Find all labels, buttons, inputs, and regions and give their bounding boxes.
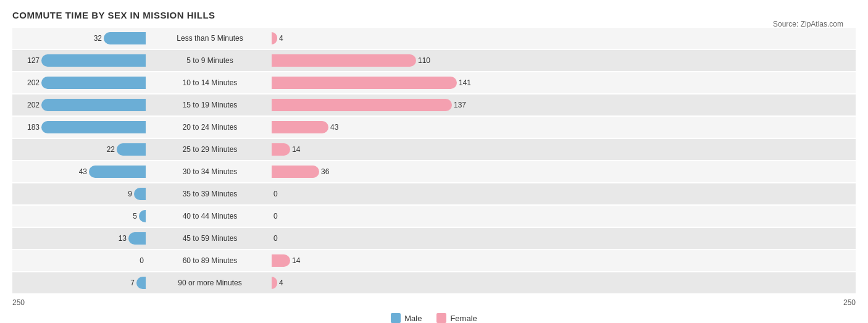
category-label: 30 to 34 Minutes [148, 167, 272, 176]
female-value: 137 [454, 101, 471, 109]
left-bar-wrap: 13 [22, 232, 146, 245]
left-section: 5 [12, 210, 148, 222]
bar-row: 202 15 to 19 Minutes 137 [12, 94, 856, 115]
left-section: 183 [12, 121, 148, 133]
right-section: 43 [272, 121, 856, 133]
male-value: 32 [85, 34, 102, 43]
chart-title: COMMUTE TIME BY SEX IN MISSION HILLS [12, 10, 856, 20]
bar-row: 13 45 to 59 Minutes 0 [12, 228, 856, 249]
male-bar [134, 188, 146, 200]
male-value: 202 [22, 78, 40, 87]
bar-row: 7 90 or more Minutes 4 [12, 272, 856, 293]
male-value: 43 [70, 167, 87, 176]
female-bar [272, 166, 319, 178]
female-bar [272, 143, 290, 156]
axis-left-label: 250 [12, 298, 148, 307]
male-value: 9 [115, 190, 132, 198]
male-value: 0 [127, 256, 144, 265]
female-bar [272, 121, 328, 133]
legend-male-box [391, 313, 401, 323]
right-section: 0 [272, 188, 856, 200]
right-section: 137 [272, 99, 856, 111]
legend-female: Female [436, 313, 477, 323]
female-value: 14 [292, 256, 309, 265]
axis-row: 250 250 [12, 298, 856, 307]
male-bar [41, 54, 146, 67]
female-value: 0 [273, 234, 291, 243]
male-value: 7 [117, 279, 135, 287]
category-label: Less than 5 Minutes [148, 34, 272, 43]
category-label: 20 to 24 Minutes [148, 123, 272, 132]
female-value: 43 [330, 123, 348, 132]
category-label: 15 to 19 Minutes [148, 101, 272, 109]
female-bar [272, 77, 457, 89]
category-label: 35 to 39 Minutes [148, 190, 272, 198]
category-label: 60 to 89 Minutes [148, 256, 272, 265]
male-bar [41, 77, 146, 89]
source-label: Source: ZipAtlas.com [773, 20, 843, 28]
male-value: 127 [22, 56, 40, 65]
right-section: 14 [272, 143, 856, 156]
female-value: 0 [273, 190, 291, 198]
left-section: 22 [12, 143, 148, 156]
female-value: 110 [418, 56, 435, 65]
male-bar [139, 210, 146, 222]
female-value: 36 [321, 167, 338, 176]
female-value: 141 [459, 78, 476, 87]
bar-row: 0 60 to 89 Minutes 14 [12, 250, 856, 271]
female-value: 14 [292, 145, 309, 154]
left-section: 13 [12, 232, 148, 245]
left-bar-wrap: 9 [22, 188, 146, 200]
female-value: 0 [273, 212, 291, 220]
chart-area: 32 Less than 5 Minutes 4 127 5 to 9 Minu… [12, 28, 856, 323]
left-bar-wrap: 5 [22, 210, 146, 222]
female-bar [272, 254, 290, 267]
left-bar-wrap: 0 [22, 254, 146, 267]
category-label: 40 to 44 Minutes [148, 212, 272, 220]
left-bar-wrap: 7 [22, 277, 146, 289]
right-section: 36 [272, 166, 856, 178]
male-bar [41, 99, 146, 111]
category-label: 90 or more Minutes [148, 279, 272, 287]
left-bar-wrap: 43 [22, 166, 146, 178]
left-section: 7 [12, 277, 148, 289]
left-bar-wrap: 202 [22, 99, 146, 111]
legend: Male Female [12, 313, 856, 323]
male-value: 202 [22, 101, 40, 109]
left-section: 0 [12, 254, 148, 267]
female-bar [272, 99, 452, 111]
left-section: 127 [12, 54, 148, 67]
bar-row: 43 30 to 34 Minutes 36 [12, 161, 856, 182]
right-section: 110 [272, 54, 856, 67]
right-section: 141 [272, 77, 856, 89]
legend-male: Male [391, 313, 422, 323]
right-section: 0 [272, 210, 856, 222]
male-value: 13 [109, 234, 127, 243]
male-bar [117, 143, 146, 156]
bar-row: 9 35 to 39 Minutes 0 [12, 183, 856, 204]
female-value: 4 [279, 279, 296, 287]
male-bar [128, 232, 146, 245]
axis-right-label: 250 [272, 298, 856, 307]
bars-container: 32 Less than 5 Minutes 4 127 5 to 9 Minu… [12, 28, 856, 293]
left-section: 43 [12, 166, 148, 178]
bar-row: 183 20 to 24 Minutes 43 [12, 117, 856, 138]
legend-female-box [436, 313, 446, 323]
female-bar [272, 54, 416, 67]
category-label: 25 to 29 Minutes [148, 145, 272, 154]
left-bar-wrap: 22 [22, 143, 146, 156]
male-bar [136, 277, 146, 289]
bar-row: 5 40 to 44 Minutes 0 [12, 206, 856, 227]
legend-male-label: Male [404, 314, 422, 323]
male-bar [89, 166, 146, 178]
left-bar-wrap: 183 [22, 121, 146, 133]
right-section: 4 [272, 32, 856, 44]
bar-row: 127 5 to 9 Minutes 110 [12, 50, 856, 71]
left-section: 9 [12, 188, 148, 200]
left-bar-wrap: 127 [22, 54, 146, 67]
left-section: 202 [12, 99, 148, 111]
bar-row: 32 Less than 5 Minutes 4 [12, 28, 856, 49]
category-label: 10 to 14 Minutes [148, 78, 272, 87]
male-bar [41, 121, 146, 133]
category-label: 45 to 59 Minutes [148, 234, 272, 243]
